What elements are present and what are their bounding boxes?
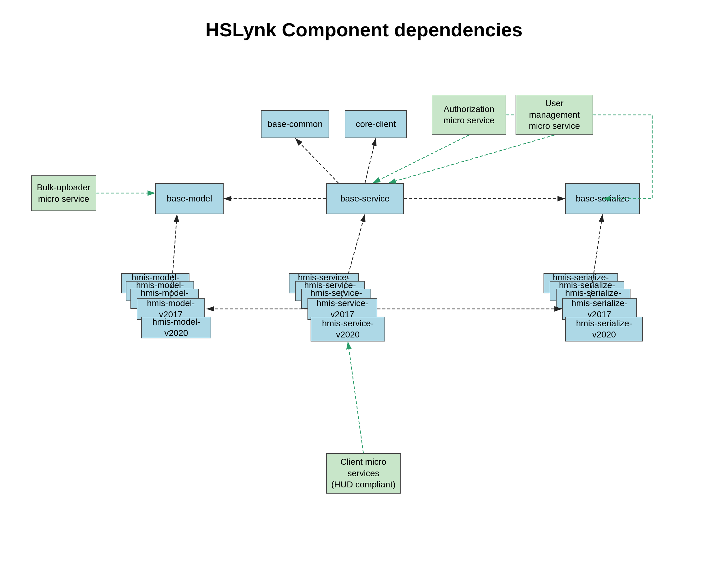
- svg-line-8: [388, 135, 554, 183]
- svg-line-16: [348, 341, 363, 453]
- hmis-serialize-2020-box: hmis-serialize-v2020: [565, 317, 643, 341]
- svg-line-7: [373, 135, 469, 183]
- svg-line-4: [365, 138, 376, 183]
- base-common-box: base-common: [261, 110, 329, 138]
- base-model-box: base-model: [155, 183, 224, 214]
- svg-line-3: [295, 138, 339, 183]
- diagram: base-common core-client base-model base-…: [0, 50, 728, 574]
- hmis-model-2020-box: hmis-model-v2020: [141, 317, 211, 338]
- page-title: HSLynk Component dependencies: [0, 0, 728, 41]
- bulk-uploader-box: Bulk-uploader micro service: [31, 175, 96, 211]
- base-serialize-box: base-serialize: [565, 183, 640, 214]
- client-micro-box: Client micro services (HUD compliant): [326, 453, 400, 494]
- core-client-box: core-client: [345, 110, 407, 138]
- hmis-service-2020-box: hmis-service-v2020: [311, 317, 385, 341]
- base-service-box: base-service: [326, 183, 404, 214]
- user-mgmt-box: User management micro service: [515, 95, 593, 135]
- auth-service-box: Authorization micro service: [432, 95, 506, 135]
